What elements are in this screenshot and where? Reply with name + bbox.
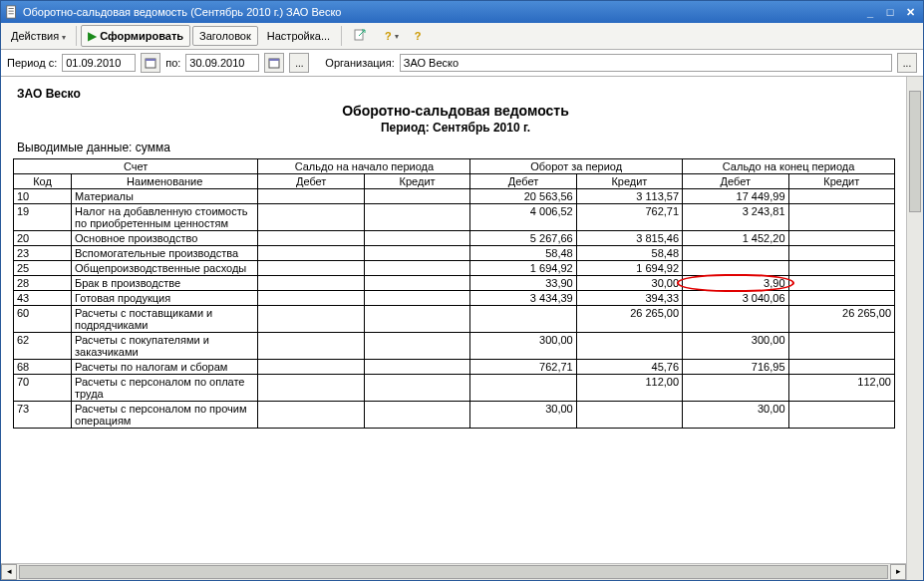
cell <box>683 246 788 261</box>
actions-menu-label: Действия <box>11 30 59 42</box>
cell: 300,00 <box>470 333 576 360</box>
scroll-right-button[interactable]: ▸ <box>890 564 906 580</box>
app-window: Оборотно-сальдовая ведомость (Сентябрь 2… <box>0 0 924 581</box>
header-button[interactable]: Заголовок <box>192 26 258 46</box>
report-area[interactable]: ЗАО Веско Оборотно-сальдовая ведомость П… <box>1 77 906 563</box>
play-icon: ▶ <box>88 29 97 43</box>
col-closing: Сальдо на конец периода <box>683 159 895 174</box>
scroll-thumb-v[interactable] <box>909 91 921 212</box>
window-title: Оборотно-сальдовая ведомость (Сентябрь 2… <box>23 6 859 18</box>
calendar-to-button[interactable] <box>264 53 284 73</box>
maximize-button[interactable]: □ <box>881 4 899 20</box>
table-row[interactable]: 73Расчеты с персоналом по прочим операци… <box>14 402 895 429</box>
cell: 762,71 <box>470 360 576 375</box>
table-row[interactable]: 62Расчеты с покупателями и заказчиками30… <box>14 333 895 360</box>
export-button[interactable] <box>346 24 376 48</box>
cell <box>258 360 364 375</box>
help-dropdown-button[interactable]: ? ▾ <box>378 26 406 46</box>
cell <box>364 375 469 402</box>
cell: 28 <box>14 276 72 291</box>
cell <box>576 333 682 360</box>
date-to-input[interactable] <box>185 54 259 72</box>
cell: 43 <box>14 291 72 306</box>
filter-bar: Период с: по: ... Организация: ... <box>1 50 923 77</box>
minimize-button[interactable]: _ <box>861 4 879 20</box>
cell: 3 113,57 <box>576 189 682 204</box>
report-org: ЗАО Веско <box>17 87 898 101</box>
cell: 60 <box>14 306 72 333</box>
table-row[interactable]: 68Расчеты по налогам и сборам762,7145,76… <box>14 360 895 375</box>
close-button[interactable]: ✕ <box>901 4 919 20</box>
cell: 1 694,92 <box>576 261 682 276</box>
cell: 1 694,92 <box>470 261 576 276</box>
col-open-credit: Кредит <box>364 174 469 189</box>
calendar-from-button[interactable] <box>141 53 160 73</box>
cell: 3 434,39 <box>470 291 576 306</box>
form-button[interactable]: ▶ Сформировать <box>81 25 190 47</box>
col-opening: Сальдо на начало периода <box>258 159 470 174</box>
table-row[interactable]: 19Налог на добавленную стоимость по прио… <box>14 204 895 231</box>
period-spread-button[interactable]: ... <box>289 53 309 73</box>
titlebar: Оборотно-сальдовая ведомость (Сентябрь 2… <box>1 1 923 23</box>
cell <box>258 204 364 231</box>
cell <box>788 276 894 291</box>
cell: 1 452,20 <box>683 231 788 246</box>
table-row[interactable]: 60Расчеты с поставщиками и подрядчиками2… <box>14 306 895 333</box>
toolbar: Действия ▾ ▶ Сформировать Заголовок Наст… <box>1 23 923 50</box>
cell <box>364 333 469 360</box>
cell: Основное производство <box>72 231 258 246</box>
org-input[interactable] <box>400 54 892 72</box>
col-open-debit: Дебет <box>258 174 364 189</box>
cell: 26 265,00 <box>788 306 894 333</box>
date-from-input[interactable] <box>62 54 136 72</box>
dropdown-icon: ▾ <box>395 32 399 41</box>
table-row[interactable]: 70Расчеты с персоналом по оплате труда11… <box>14 375 895 402</box>
table-row[interactable]: 43Готовая продукция3 434,39394,333 040,0… <box>14 291 895 306</box>
cell: 30,00 <box>683 402 788 429</box>
cell <box>788 261 894 276</box>
table-row[interactable]: 23Вспомогательные производства58,4858,48 <box>14 246 895 261</box>
cell: 30,00 <box>576 276 682 291</box>
table-row[interactable]: 28Брак в производстве33,9030,003,90 <box>14 276 895 291</box>
export-icon <box>353 28 369 44</box>
cell <box>364 246 469 261</box>
cell: 3 815,46 <box>576 231 682 246</box>
help-button[interactable]: ? <box>408 26 429 46</box>
cell: 33,90 <box>470 276 576 291</box>
col-close-credit: Кредит <box>788 174 894 189</box>
actions-menu[interactable]: Действия ▾ <box>5 27 72 45</box>
cell: Расчеты с покупателями и заказчиками <box>72 333 258 360</box>
report-title: Оборотно-сальдовая ведомость <box>13 103 898 119</box>
cell: 394,33 <box>576 291 682 306</box>
cell: 3 040,06 <box>683 291 788 306</box>
document-icon <box>5 5 19 19</box>
cell <box>258 246 364 261</box>
cell: 5 267,66 <box>470 231 576 246</box>
horizontal-scrollbar[interactable]: ◂ ▸ <box>1 563 906 580</box>
cell: 4 006,52 <box>470 204 576 231</box>
cell: 25 <box>14 261 72 276</box>
cell <box>788 189 894 204</box>
form-button-label: Сформировать <box>100 30 183 42</box>
vertical-scrollbar[interactable] <box>906 77 923 580</box>
table-row[interactable]: 20Основное производство5 267,663 815,461… <box>14 231 895 246</box>
cell: 112,00 <box>576 375 682 402</box>
calendar-icon <box>268 57 280 69</box>
svg-rect-0 <box>7 6 16 18</box>
cell: 112,00 <box>788 375 894 402</box>
org-select-button[interactable]: ... <box>897 53 917 73</box>
cell <box>364 402 469 429</box>
cell <box>364 231 469 246</box>
cell <box>364 189 469 204</box>
toolbar-separator <box>76 26 77 46</box>
cell: Расчеты с поставщиками и подрядчиками <box>72 306 258 333</box>
scroll-thumb-h[interactable] <box>19 565 888 579</box>
cell <box>258 375 364 402</box>
org-label: Организация: <box>325 57 394 69</box>
table-row[interactable]: 25Общепроизводственные расходы1 694,921 … <box>14 261 895 276</box>
scroll-left-button[interactable]: ◂ <box>1 564 17 580</box>
settings-button[interactable]: Настройка... <box>260 26 337 46</box>
cell: 762,71 <box>576 204 682 231</box>
table-row[interactable]: 10Материалы20 563,563 113,5717 449,99 <box>14 189 895 204</box>
cell <box>258 276 364 291</box>
